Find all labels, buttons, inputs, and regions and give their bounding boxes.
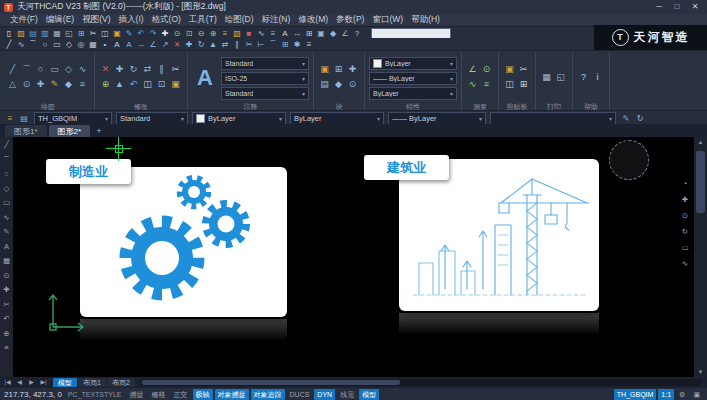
text-icon[interactable]: A bbox=[279, 28, 291, 39]
color-combo[interactable]: ByLayer▾ bbox=[192, 112, 286, 125]
point-icon[interactable]: • bbox=[99, 39, 111, 50]
save-as-icon[interactable]: ▥ bbox=[39, 28, 51, 39]
menu-item[interactable]: 视图(V) bbox=[78, 14, 114, 26]
ribbon-combo[interactable]: Standard▾ bbox=[221, 87, 309, 100]
undo-icon[interactable]: ↶ bbox=[1, 314, 12, 324]
paste-icon[interactable]: ▣ bbox=[111, 28, 123, 39]
spline-icon[interactable]: ∿ bbox=[76, 63, 89, 76]
base-icon[interactable]: ⊙ bbox=[346, 78, 359, 91]
plot-style-combo[interactable]: ▾ bbox=[490, 112, 616, 125]
zoom-realtime-icon[interactable]: ⊙ bbox=[171, 28, 183, 39]
triangle-icon[interactable]: △ bbox=[6, 78, 19, 91]
polygon-icon[interactable]: ◇ bbox=[63, 39, 75, 50]
table-icon[interactable]: ⊞ bbox=[303, 28, 315, 39]
scale-icon[interactable]: ▲ bbox=[113, 78, 126, 91]
zoom-previous-icon[interactable]: ⊖ bbox=[195, 28, 207, 39]
offset-icon[interactable]: ∥ bbox=[231, 39, 243, 50]
preview-icon[interactable]: ◱ bbox=[63, 28, 75, 39]
scroll-down-icon[interactable]: ▼ bbox=[694, 367, 707, 377]
menu-item[interactable]: 修改(M) bbox=[294, 14, 332, 26]
polygon-icon[interactable]: ◇ bbox=[62, 63, 75, 76]
insert-block-icon[interactable]: ▣ bbox=[318, 63, 331, 76]
layer-states-icon[interactable]: ▧ bbox=[231, 28, 243, 39]
wblock-icon[interactable]: ▤ bbox=[318, 78, 331, 91]
viewport-icon[interactable]: ▭ bbox=[680, 243, 691, 253]
menu-item[interactable]: 文件(F) bbox=[6, 14, 42, 26]
list-icon[interactable]: ≡ bbox=[76, 78, 89, 91]
copy-icon[interactable]: ◫ bbox=[141, 78, 154, 91]
horizontal-scrollbar[interactable] bbox=[140, 379, 701, 386]
canvas-card-construction[interactable] bbox=[399, 159, 599, 311]
attach-icon[interactable]: ✚ bbox=[346, 63, 359, 76]
measure-radius-icon[interactable]: ⊙ bbox=[480, 63, 493, 76]
document-tab[interactable]: 图形2* bbox=[49, 125, 91, 137]
status-toggle[interactable]: 捕捉 bbox=[127, 389, 147, 400]
menu-item[interactable]: 编辑(E) bbox=[42, 14, 78, 26]
mirror-icon[interactable]: ⇄ bbox=[141, 63, 154, 76]
status-toggle[interactable]: 模型 bbox=[359, 389, 379, 400]
group-icon[interactable]: ◆ bbox=[327, 28, 339, 39]
status-toggle[interactable]: 极轴 bbox=[193, 389, 213, 400]
linetype-icon[interactable]: ∿ bbox=[255, 28, 267, 39]
annotation-scale-button[interactable]: 1:1 bbox=[658, 389, 674, 400]
new-tab-button[interactable]: + bbox=[92, 125, 105, 137]
refresh-icon[interactable]: ↻ bbox=[634, 113, 646, 124]
trim-icon[interactable]: ✂ bbox=[169, 63, 182, 76]
canvas-card-manufacturing[interactable] bbox=[80, 167, 287, 317]
vertical-scroll-thumb[interactable] bbox=[696, 151, 705, 213]
zoom-icon[interactable]: ⊙ bbox=[680, 211, 691, 221]
measure-list-icon[interactable]: ≡ bbox=[480, 78, 493, 91]
navigation-compass[interactable] bbox=[609, 140, 649, 180]
sketch-icon[interactable]: ✎ bbox=[1, 227, 12, 237]
layout-nav-arrow[interactable]: |◀ bbox=[2, 378, 13, 387]
rotate-icon[interactable]: ↻ bbox=[127, 63, 140, 76]
arc-icon[interactable]: ⌒ bbox=[20, 63, 33, 76]
rectangle-icon[interactable]: ▭ bbox=[51, 39, 63, 50]
measure-length-icon[interactable]: ∿ bbox=[466, 78, 479, 91]
copy-icon[interactable]: ◫ bbox=[503, 78, 516, 91]
layout-nav-arrow[interactable]: ▶| bbox=[38, 378, 49, 387]
donut-icon[interactable]: ⊙ bbox=[20, 78, 33, 91]
dim-linear-icon[interactable]: ↔ bbox=[135, 39, 147, 50]
move-icon[interactable]: ✚ bbox=[183, 39, 195, 50]
ribbon-combo[interactable]: Standard▾ bbox=[221, 57, 309, 70]
zoom-icon[interactable]: ⊕ bbox=[1, 329, 12, 339]
undo-icon[interactable]: ↶ bbox=[135, 28, 147, 39]
match-properties-icon[interactable]: ✎ bbox=[123, 28, 135, 39]
pan-icon[interactable]: ✚ bbox=[159, 28, 171, 39]
hatch-icon[interactable]: ▦ bbox=[1, 256, 12, 266]
properties-icon[interactable]: ≡ bbox=[303, 39, 315, 50]
stretch-icon[interactable]: ⊡ bbox=[155, 78, 168, 91]
cut-icon[interactable]: ✂ bbox=[517, 63, 530, 76]
move-icon[interactable]: ✚ bbox=[113, 63, 126, 76]
open-icon[interactable]: ▨ bbox=[15, 28, 27, 39]
block-icon[interactable]: ▣ bbox=[315, 28, 327, 39]
cut-icon[interactable]: ✂ bbox=[87, 28, 99, 39]
mtext-icon[interactable]: A bbox=[123, 39, 135, 50]
help-icon[interactable]: ? bbox=[577, 71, 590, 84]
line-icon[interactable]: ╱ bbox=[3, 39, 15, 50]
rotate-icon[interactable]: ↻ bbox=[195, 39, 207, 50]
status-toggle[interactable]: 正交 bbox=[171, 389, 191, 400]
text-icon[interactable]: A bbox=[1, 242, 12, 252]
hatch-icon[interactable]: ▦ bbox=[87, 39, 99, 50]
arc-icon[interactable]: ⌒ bbox=[27, 39, 39, 50]
layer-filter-icon[interactable]: ▤ bbox=[18, 113, 30, 124]
ribbon-combo[interactable]: ByLayer▾ bbox=[369, 57, 457, 70]
new-icon[interactable]: ▯ bbox=[3, 28, 15, 39]
line-icon[interactable]: ╱ bbox=[1, 140, 12, 150]
layout-tab[interactable]: 模型 bbox=[53, 378, 77, 387]
menu-item[interactable]: 窗口(W) bbox=[368, 14, 407, 26]
undo-icon[interactable]: ↶ bbox=[127, 78, 140, 91]
menu-item[interactable]: 绘图(D) bbox=[221, 14, 258, 26]
vertical-scrollbar[interactable]: ▲ ▼ bbox=[694, 137, 707, 377]
command-search-input[interactable] bbox=[371, 28, 451, 39]
circle-icon[interactable]: ○ bbox=[34, 63, 47, 76]
lineweight-combo[interactable]: —— ByLayer▾ bbox=[388, 112, 486, 125]
settings-button[interactable]: ⚙ bbox=[676, 389, 688, 400]
ellipse-icon[interactable]: ◎ bbox=[75, 39, 87, 50]
drawing-canvas[interactable]: 制造业 bbox=[13, 137, 694, 377]
steering-wheel-icon[interactable]: ◔ bbox=[680, 179, 691, 189]
zoom-window-icon[interactable]: ⊡ bbox=[183, 28, 195, 39]
single-text-icon[interactable]: A bbox=[111, 39, 123, 50]
